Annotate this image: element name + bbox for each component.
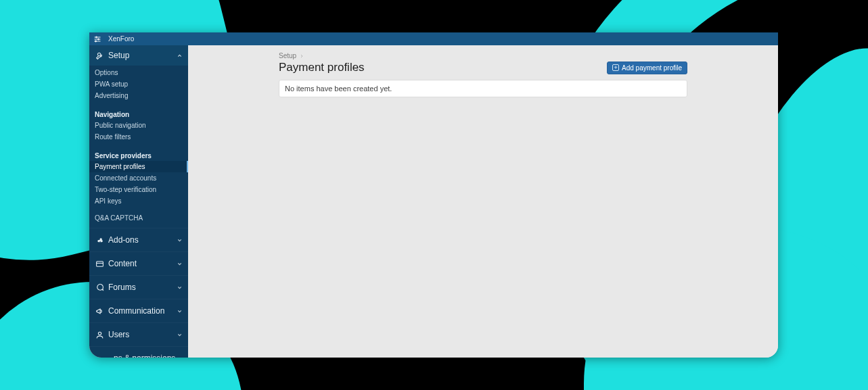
sidebar-item-connected-accounts[interactable]: Connected accounts [89, 172, 188, 184]
nav-section-content[interactable]: Content [89, 251, 188, 275]
add-payment-profile-button[interactable]: + Add payment profile [607, 62, 687, 74]
wrench-icon [95, 51, 104, 60]
content-wrap: Setup Payment profiles + Add payment pro… [279, 52, 687, 97]
chevron-up-icon [177, 53, 183, 59]
chevron-down-icon [177, 308, 183, 314]
empty-state-message: No items have been created yet. [279, 80, 687, 97]
chevron-down-icon [177, 356, 183, 358]
page-header-row: Payment profiles + Add payment profile [279, 61, 687, 74]
user-icon [95, 330, 104, 339]
nav-section-setup[interactable]: Setup [89, 45, 188, 66]
setup-sublist: Options PWA setup Advertising Navigation… [89, 66, 188, 228]
topbar: XenForo [89, 32, 778, 45]
app-window: XenForo Setup Options PWA setup Advertis… [89, 32, 778, 358]
chevron-down-icon [177, 285, 183, 291]
puzzle-icon [95, 235, 104, 245]
sliders-icon[interactable] [93, 35, 101, 43]
chevron-right-icon [299, 53, 304, 59]
nav-section-communication[interactable]: Communication [89, 299, 188, 322]
nav-section-addons[interactable]: Add-ons [89, 228, 188, 251]
sidebar: Setup Options PWA setup Advertising Navi… [89, 45, 188, 358]
nav-section-groups-permissions[interactable]: ps & permissions [89, 346, 188, 358]
sidebar-group-navigation: Navigation [89, 107, 188, 120]
sidebar-item-advertising[interactable]: Advertising [89, 90, 188, 101]
sidebar-item-options[interactable]: Options [89, 67, 188, 78]
breadcrumb-setup[interactable]: Setup [279, 52, 296, 59]
nav-section-users-label: Users [108, 330, 177, 339]
nav-section-addons-label: Add-ons [108, 235, 177, 245]
svg-point-5 [95, 41, 97, 42]
sidebar-item-pwa-setup[interactable]: PWA setup [89, 78, 188, 90]
sidebar-item-payment-profiles[interactable]: Payment profiles [89, 161, 188, 172]
nav-section-forums[interactable]: Forums [89, 275, 188, 299]
sidebar-item-two-step-verification[interactable]: Two-step verification [89, 184, 188, 195]
sidebar-group-service-providers: Service providers [89, 148, 188, 161]
sidebar-item-api-keys[interactable]: API keys [89, 195, 188, 207]
add-button-label: Add payment profile [622, 64, 682, 72]
nav-section-communication-label: Communication [108, 306, 177, 316]
chat-icon [95, 283, 104, 292]
chevron-down-icon [177, 237, 183, 243]
sidebar-item-public-navigation[interactable]: Public navigation [89, 120, 188, 131]
content-icon [95, 259, 104, 268]
chevron-down-icon [177, 332, 183, 338]
plus-square-icon: + [612, 64, 619, 71]
megaphone-icon [95, 306, 104, 316]
main-content: Setup Payment profiles + Add payment pro… [188, 45, 778, 358]
topbar-brand[interactable]: XenForo [108, 35, 134, 43]
nav-section-users[interactable]: Users [89, 322, 188, 346]
nav-section-groups-permissions-label: ps & permissions [114, 354, 177, 358]
sidebar-item-qa-captcha[interactable]: Q&A CAPTCHA [89, 212, 188, 224]
svg-point-3 [98, 39, 99, 40]
svg-point-8 [98, 332, 101, 335]
nav-section-content-label: Content [108, 259, 177, 268]
chevron-down-icon [177, 261, 183, 267]
breadcrumb: Setup [279, 52, 687, 59]
nav-section-setup-label: Setup [108, 51, 177, 60]
svg-point-1 [96, 36, 97, 38]
nav-section-forums-label: Forums [108, 283, 177, 292]
body-row: Setup Options PWA setup Advertising Navi… [89, 45, 778, 358]
sidebar-item-route-filters[interactable]: Route filters [89, 131, 188, 143]
page-title: Payment profiles [279, 61, 365, 74]
svg-rect-6 [96, 261, 103, 266]
